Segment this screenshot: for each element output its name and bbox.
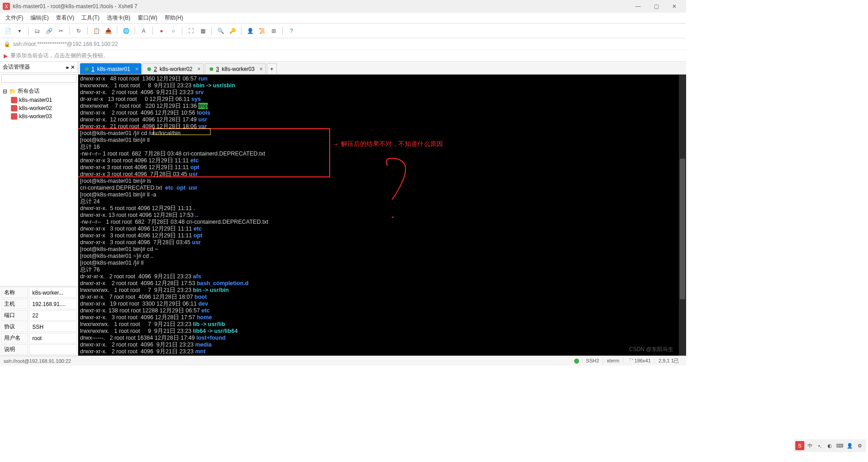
red-circle-icon[interactable]: ● <box>156 26 166 36</box>
tab-label: k8s-worker03 <box>222 66 255 72</box>
property-row: 协议SSH <box>1 321 77 332</box>
prop-value: 22 <box>29 310 77 321</box>
property-row: 名称k8s-worker... <box>1 287 77 298</box>
session-tree: ⊟ 📁 所有会话 k8s-master01k8s-worker02k8s-wor… <box>0 85 78 286</box>
terminal-line: drwxr-xr-x. 12 root root 4096 12月28日 17:… <box>80 116 684 123</box>
session-label: k8s-master01 <box>19 97 52 103</box>
menubar: 文件(F)编辑(E)查看(V)工具(T)选项卡(B)窗口(W)帮助(H) <box>0 13 686 24</box>
prop-value <box>29 344 77 355</box>
user-icon[interactable]: 👤 <box>245 26 255 36</box>
address-bar[interactable]: 🔒 ssh://root:**************@192.168.91.1… <box>0 38 686 50</box>
copy-icon[interactable]: 📋 <box>91 26 101 36</box>
properties-panel: 名称k8s-worker...主机192.168.91....端口22协议SSH… <box>0 286 78 356</box>
help-icon[interactable]: ? <box>286 26 296 36</box>
tab-number: 1 <box>91 66 95 72</box>
session-item[interactable]: k8s-worker03 <box>1 112 77 121</box>
maximize-button[interactable]: ▢ <box>647 0 665 13</box>
arrow-icon: → <box>332 141 339 147</box>
address-text: ssh://root:**************@192.168.91.100… <box>13 41 118 47</box>
terminal-line: 总计 76 <box>80 266 684 273</box>
session-item[interactable]: k8s-master01 <box>1 96 77 104</box>
prop-value: 192.168.91.... <box>29 299 77 309</box>
expand-icon[interactable]: ⛶ <box>186 26 196 36</box>
terminal-line: [root@k8s-master01 ~]# cd .. <box>80 253 684 260</box>
terminal-line: 总计 24 <box>80 198 684 205</box>
terminal-line: dr-xr-xr-x 13 root root 0 12月29日 06:11 s… <box>80 96 684 103</box>
tab[interactable]: 2k8s-worker02× <box>142 63 204 74</box>
terminal-line: -rw-r--r-- 1 root root 682 7月28日 03:48 c… <box>80 151 684 157</box>
tab-close-icon[interactable]: × <box>197 66 201 72</box>
sidebar-toggle-icon[interactable]: ▸ ✕ <box>66 64 75 70</box>
session-icon <box>11 97 17 103</box>
terminal-line: drwxr-xr-x 3 root root 4096 7月28日 03:45 … <box>80 171 684 178</box>
minimize-button[interactable]: — <box>629 0 647 13</box>
sidebar-search-input[interactable] <box>1 74 76 83</box>
terminal-line: lrwxrwxrwx. 1 root root 7 9月21日 23:23 bi… <box>80 287 684 294</box>
font-icon[interactable]: A <box>139 26 149 36</box>
tab[interactable]: 1k8s-master01× <box>80 63 141 74</box>
tab-bar: 1k8s-master01×2k8s-worker02×3k8s-worker0… <box>78 62 686 75</box>
tree-root[interactable]: ⊟ 📁 所有会话 <box>1 86 77 96</box>
hint-text: 要添加当前会话，点击左侧的箭头按钮。 <box>10 52 109 60</box>
prop-key: 名称 <box>1 287 28 298</box>
terminal-line: drwxr-xr-x 48 root root 1360 12月29日 06:5… <box>80 75 684 82</box>
key-icon[interactable]: 🔑 <box>227 26 237 36</box>
terminal-line: cri-containerd.DEPRECATED.txt etc opt us… <box>80 185 684 191</box>
terminal-line: drwxr-xr-x. 13 root root 4096 12月28日 17:… <box>80 212 684 219</box>
reconnect-icon[interactable]: ↻ <box>74 26 84 36</box>
status-left: ssh://root@192.168.91.100:22 <box>4 358 71 364</box>
menu-item[interactable]: 选项卡(B) <box>103 12 134 24</box>
titlebar: X k8s-master01 - root@k8s-master01:/tool… <box>0 0 686 13</box>
menu-item[interactable]: 窗口(W) <box>134 12 161 24</box>
status-segment: SSH2 <box>582 358 603 363</box>
dropdown-icon[interactable]: ▾ <box>15 26 25 36</box>
terminal-line: drwxrwxrwt 7 root root 220 12月29日 11:36 … <box>80 103 684 110</box>
close-button[interactable]: ✕ <box>665 0 683 13</box>
menu-item[interactable]: 帮助(H) <box>161 12 187 24</box>
tree-icon[interactable]: 🗂 <box>32 26 42 36</box>
log-icon[interactable]: 📜 <box>257 26 267 36</box>
menu-item[interactable]: 编辑(E) <box>27 12 52 24</box>
paste-icon[interactable]: 📥 <box>103 26 113 36</box>
status-indicator-icon: ⬤ <box>574 358 579 364</box>
collapse-icon[interactable]: ⊟ <box>3 88 7 95</box>
tab-close-icon[interactable]: × <box>260 66 263 72</box>
session-label: k8s-worker03 <box>19 113 52 120</box>
tab-number: 3 <box>216 66 219 72</box>
prop-key: 端口 <box>1 310 28 321</box>
terminal-line: [root@k8s-master01 bin]# ls <box>80 178 684 185</box>
menu-item[interactable]: 工具(T) <box>78 12 103 24</box>
grid-icon[interactable]: ▦ <box>198 26 208 36</box>
tab-add-button[interactable]: + <box>267 63 277 74</box>
tab-close-icon[interactable]: × <box>135 66 138 72</box>
status-dot-icon <box>210 67 213 71</box>
terminal-line: dr-xr-xr-x. 7 root root 4096 12月28日 18:0… <box>80 294 684 301</box>
terminal-line: dr-xr-xr-x. 2 root root 4096 9月21日 23:23… <box>80 273 684 280</box>
link-icon[interactable]: 🔗 <box>44 26 54 36</box>
terminal[interactable]: drwxr-xr-x 48 root root 1360 12月29日 06:5… <box>78 75 686 356</box>
window-title: k8s-master01 - root@k8s-master01:/tools … <box>13 3 137 10</box>
prop-key: 用户名 <box>1 333 28 343</box>
dot-icon[interactable]: ○ <box>168 26 178 36</box>
status-segment: 2,9,1 1已 <box>654 358 682 363</box>
menu-item[interactable]: 文件(F) <box>2 12 27 24</box>
unlink-icon[interactable]: ✂ <box>56 26 66 36</box>
tab-number: 2 <box>154 66 157 72</box>
search-icon[interactable]: 🔍 <box>216 26 226 36</box>
statusbar: ssh://root@192.168.91.100:22 ⬤ SSH2xterm… <box>0 356 686 366</box>
sidebar: 会话管理器 ▸ ✕ ⊟ 📁 所有会话 k8s-master01k8s-worke… <box>0 62 78 356</box>
terminal-line: lrwxrwxrwx. 1 root root 9 9月21日 23:23 li… <box>80 328 684 335</box>
tab[interactable]: 3k8s-worker03× <box>205 63 266 74</box>
folder-icon: 📁 <box>9 88 16 95</box>
terminal-line: drwxr-xr-x 3 root root 4096 7月28日 03:45 … <box>80 239 684 246</box>
terminal-line: drwxr-xr-x. 5 root root 4096 12月29日 11:1… <box>80 205 684 212</box>
terminal-line: lrwxrwxrwx. 1 root root 8 9月21日 23:23 sb… <box>80 82 684 89</box>
menu-item[interactable]: 查看(V) <box>52 12 78 24</box>
terminal-scrollbar[interactable] <box>679 75 686 356</box>
terminal-line: drwxr-xr-x 2 root root 4096 12月28日 17:53… <box>80 280 684 287</box>
layout-icon[interactable]: ⊞ <box>269 26 279 36</box>
globe-icon[interactable]: 🌐 <box>121 26 131 36</box>
terminal-line: [root@k8s-master01 bin]# ll -a <box>80 191 684 198</box>
new-session-icon[interactable]: 📄 <box>3 26 13 36</box>
session-item[interactable]: k8s-worker02 <box>1 104 77 112</box>
